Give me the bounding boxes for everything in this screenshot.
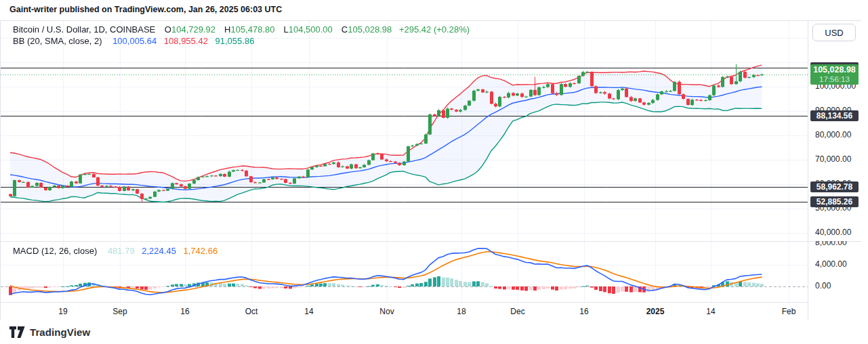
time-tick-label: 18 xyxy=(441,307,482,316)
price-tick-label: 80,000.00 xyxy=(815,130,851,139)
countdown-timer: 17:56:13 xyxy=(810,75,859,84)
chart-widget: Bitcoin / U.S. Dollar, 1D, COINBASE O104… xyxy=(0,20,861,320)
legend-symbol-row[interactable]: Bitcoin / U.S. Dollar, 1D, COINBASE O104… xyxy=(13,24,470,35)
price-chart-canvas[interactable] xyxy=(1,21,808,302)
tradingview-logo-icon xyxy=(9,326,25,338)
macd-title[interactable]: MACD (12, 26, close) xyxy=(13,246,97,256)
header-bar: Gaint-writer published on TradingView.co… xyxy=(0,0,868,20)
time-tick-label: 19 xyxy=(43,307,83,316)
page: { "header": { "attribution": "Gaint-writ… xyxy=(0,0,868,344)
ohlc-low-value: 104,500.00 xyxy=(289,24,333,35)
macd-signal-value: 1,742.66 xyxy=(184,246,218,256)
legend-bb-row[interactable]: BB (20, SMA, close, 2) 100,005.64 108,95… xyxy=(13,36,259,46)
bb-lower-value: 91,055.86 xyxy=(215,36,255,46)
bb-title[interactable]: BB (20, SMA, close, 2) xyxy=(13,36,102,46)
macd-line-value: 2,224.45 xyxy=(142,246,176,256)
ohlc-open-label: O xyxy=(165,24,171,35)
ohlc-open-value: 104,729.92 xyxy=(171,24,215,35)
price-level-badge: 52,885.26 xyxy=(810,196,859,207)
ohlc-close-value: 105,028.98 xyxy=(348,24,392,35)
attribution-text: Gaint-writer published on TradingView.co… xyxy=(9,5,282,14)
time-tick-label: Feb xyxy=(768,307,809,316)
footer-bar: TradingView xyxy=(0,320,868,344)
price-level-badge: 58,962.78 xyxy=(810,181,859,192)
macd-axis-tick-label: 8,000.00 xyxy=(815,241,847,247)
tradingview-logo-link[interactable]: TradingView xyxy=(9,326,90,338)
macd-axis-tick-label: 4,000.00 xyxy=(815,259,847,269)
time-tick-label: Oct xyxy=(231,307,272,316)
ohlc-close-label: C xyxy=(342,24,348,35)
symbol-title[interactable]: Bitcoin / U.S. Dollar, 1D, COINBASE xyxy=(13,24,155,35)
time-tick-label: 16 xyxy=(564,307,604,316)
usd-button[interactable]: USD xyxy=(812,24,856,41)
time-tick-label: Nov xyxy=(367,307,407,316)
price-tick-label: 70,000.00 xyxy=(815,154,851,164)
tradingview-logo-text: TradingView xyxy=(30,326,90,338)
current-price-value: 105,028.98 xyxy=(810,64,859,75)
macd-axis[interactable]: 8,000.004,000.000.00 xyxy=(808,241,862,302)
time-tick-label: 16 xyxy=(165,307,205,316)
time-axis[interactable]: 19Sep16Oct14Nov18Dec16202514Feb xyxy=(1,302,808,320)
time-tick-label: 14 xyxy=(690,307,731,316)
current-price-badge: 105,028.9817:56:13 xyxy=(810,64,859,85)
price-tick-label: 40,000.00 xyxy=(815,228,851,237)
price-level-badge: 88,134.56 xyxy=(810,110,859,121)
macd-axis-tick-label: 0.00 xyxy=(815,281,831,291)
time-tick-label: Sep xyxy=(100,307,140,316)
bb-basis-value: 100,005.64 xyxy=(112,36,157,46)
time-tick-label: 2025 xyxy=(635,307,676,316)
ohlc-high-value: 105,478.80 xyxy=(230,24,274,35)
ohlc-low-label: L xyxy=(284,24,289,35)
legend-macd-row[interactable]: MACD (12, 26, close) 481.79 2,224.45 1,7… xyxy=(13,246,222,256)
macd-hist-value: 481.79 xyxy=(108,246,135,256)
time-tick-label: Dec xyxy=(497,307,538,316)
bb-upper-value: 108,955.42 xyxy=(164,36,208,46)
time-tick-label: 14 xyxy=(289,307,329,316)
price-axis[interactable]: 8,000.004,000.000.00 100,000.0090,000.00… xyxy=(808,21,861,320)
change-value: +295.42 (+0.28%) xyxy=(399,24,470,35)
